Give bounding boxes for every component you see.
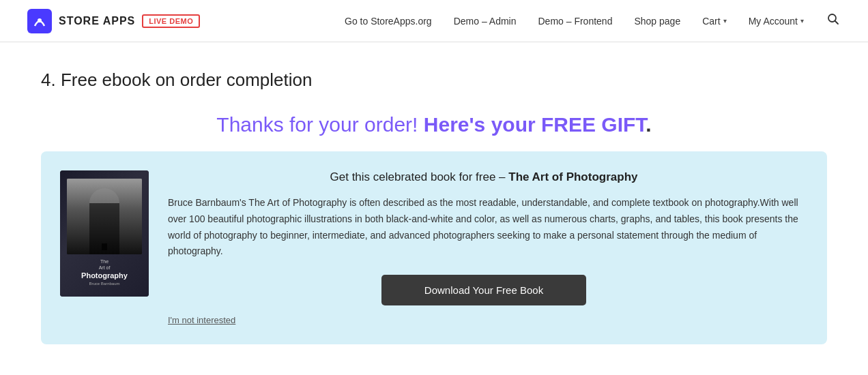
book-line3: Photography xyxy=(70,271,139,280)
order-heading-part1: Thanks for your order! xyxy=(216,113,423,136)
main-content: 4. Free ebook on order completion Thanks… xyxy=(0,42,868,365)
order-heading: Thanks for your order! Here's your FREE … xyxy=(41,111,827,138)
gift-description: Bruce Barnbaum's The Art of Photography … xyxy=(168,195,800,260)
nav-shop-page[interactable]: Shop page xyxy=(634,16,680,27)
svg-line-2 xyxy=(835,21,839,25)
live-demo-badge: LIVE DEMO xyxy=(142,14,200,28)
my-account-chevron-icon: ▾ xyxy=(800,17,804,25)
not-interested-button[interactable]: I'm not interested xyxy=(168,315,235,325)
logo-icon xyxy=(27,9,52,33)
gift-card: The Art of Photography Bruce Barnbaum Ge… xyxy=(41,151,827,344)
section-title: 4. Free ebook on order completion xyxy=(41,70,827,91)
nav-demo-admin[interactable]: Demo – Admin xyxy=(454,16,517,27)
logo-text: STORE APPS xyxy=(59,15,135,27)
gift-subtitle-normal: Get this celebrated book for free – xyxy=(330,170,509,183)
book-cover-image xyxy=(67,179,142,254)
header-nav: Go to StoreApps.org Demo – Admin Demo – … xyxy=(345,12,841,30)
nav-cart[interactable]: Cart ▾ xyxy=(702,16,726,27)
header-left: STORE APPS LIVE DEMO xyxy=(27,9,200,33)
header: STORE APPS LIVE DEMO Go to StoreApps.org… xyxy=(0,0,868,42)
gift-subtitle: Get this celebrated book for free – The … xyxy=(168,170,800,184)
cart-chevron-icon: ▾ xyxy=(723,17,727,25)
order-heading-period: . xyxy=(646,113,651,136)
nav-demo-frontend[interactable]: Demo – Frontend xyxy=(538,16,612,27)
book-line1: The xyxy=(70,258,139,265)
nav-go-to-store[interactable]: Go to StoreApps.org xyxy=(345,16,432,27)
book-line2: Art of xyxy=(70,265,139,271)
book-cover: The Art of Photography Bruce Barnbaum xyxy=(60,170,149,297)
book-title-area: The Art of Photography Bruce Barnbaum xyxy=(67,254,142,288)
book-author: Bruce Barnbaum xyxy=(70,282,139,287)
svg-point-0 xyxy=(38,18,42,22)
order-heading-part2: Here's your FREE GIFT xyxy=(424,113,646,136)
book-cover-inner: The Art of Photography Bruce Barnbaum xyxy=(60,170,149,297)
search-button[interactable] xyxy=(826,12,841,30)
gift-subtitle-bold: The Art of Photography xyxy=(508,170,637,183)
download-button[interactable]: Download Your Free Book xyxy=(381,275,586,305)
search-icon xyxy=(827,13,839,25)
gift-content: Get this celebrated book for free – The … xyxy=(168,170,800,325)
nav-my-account[interactable]: My Account ▾ xyxy=(749,16,804,27)
